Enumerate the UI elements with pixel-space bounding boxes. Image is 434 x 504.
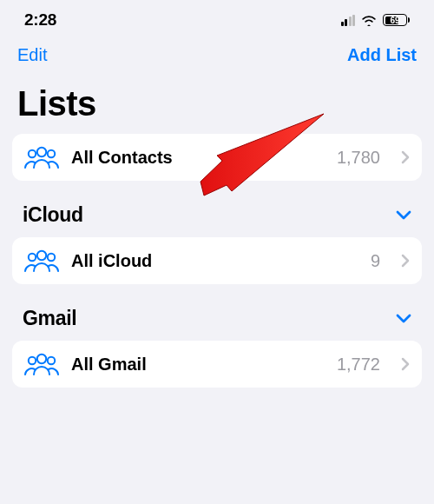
add-list-button[interactable]: Add List [347,45,417,65]
svg-point-1 [29,150,36,157]
section-header-gmail[interactable]: Gmail [0,284,434,341]
chevron-right-icon [401,254,410,268]
page-title: Lists [0,69,434,134]
section-title: Gmail [23,307,76,330]
svg-point-5 [48,254,55,261]
list-label: All iCloud [71,251,358,271]
chevron-down-icon [396,314,411,324]
svg-point-4 [29,254,36,261]
list-row-all-icloud[interactable]: All iCloud 9 [12,237,422,284]
list-label: All Contacts [71,148,325,168]
status-time: 2:28 [24,10,56,30]
status-indicators: 69 [341,14,411,26]
svg-point-7 [29,357,36,364]
section-title: iCloud [23,203,83,227]
cellular-signal-icon [341,15,356,26]
list-count: 9 [371,251,380,271]
list-row-all-contacts[interactable]: All Contacts 1,780 [12,134,422,181]
list-count: 1,780 [337,148,380,168]
edit-button[interactable]: Edit [17,45,47,65]
battery-level: 69 [390,16,399,25]
nav-bar: Edit Add List [0,38,434,69]
list-label: All Gmail [71,355,325,375]
svg-point-0 [37,148,46,156]
wifi-icon [360,14,378,26]
section-header-icloud[interactable]: iCloud [0,181,434,237]
list-count: 1,772 [337,355,380,375]
svg-point-8 [48,357,55,364]
svg-point-3 [37,251,46,260]
list-row-all-gmail[interactable]: All Gmail 1,772 [12,341,422,388]
chevron-right-icon [401,150,410,164]
people-icon [24,249,59,273]
svg-point-6 [37,355,46,363]
people-icon [24,352,59,376]
chevron-right-icon [401,357,410,371]
people-icon [24,145,59,169]
svg-point-2 [48,150,55,157]
battery-icon: 69 [383,14,410,26]
chevron-down-icon [396,210,411,221]
status-bar: 2:28 69 [0,0,434,38]
